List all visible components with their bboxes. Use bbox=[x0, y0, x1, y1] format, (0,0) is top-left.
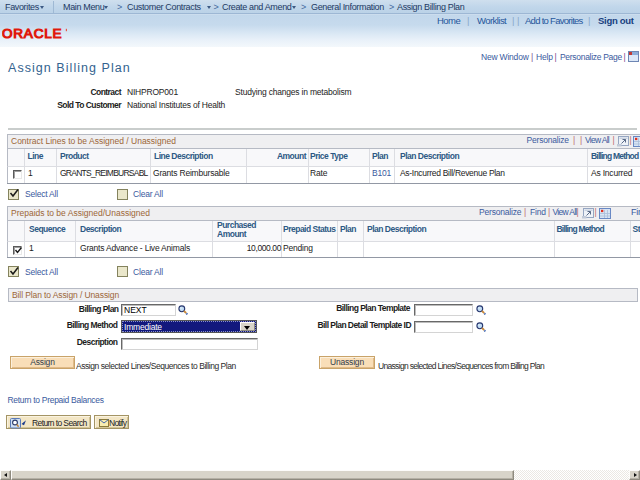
svg-text:ORACLE: ORACLE bbox=[2, 27, 62, 41]
